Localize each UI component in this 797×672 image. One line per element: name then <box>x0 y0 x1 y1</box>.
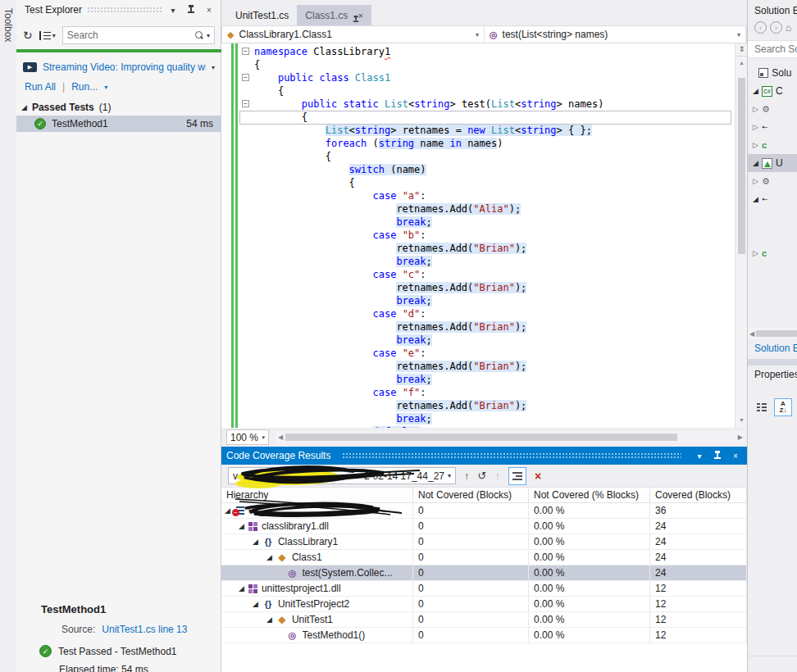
tree-row[interactable]: ▷c <box>748 244 797 262</box>
code-line[interactable]: { <box>221 150 735 163</box>
tree-row[interactable]: ▷⚙ <box>748 172 797 190</box>
tree-row[interactable]: ◢C#C <box>748 82 797 100</box>
column-header[interactable]: Hierarchy <box>221 488 413 502</box>
column-header[interactable]: Not Covered (% Blocks) <box>529 488 650 502</box>
toolbox-tab[interactable]: Toolbox <box>0 0 16 672</box>
code-line[interactable]: − public static List<string> test(List<s… <box>221 98 735 111</box>
scrollbar-thumb[interactable] <box>285 434 676 441</box>
code-line[interactable]: { <box>221 84 735 98</box>
coverage-row[interactable]: ◢◆Class100.00 %24 <box>221 550 747 565</box>
coverage-row[interactable]: ◢{}UnitTestProject200.00 %12 <box>221 597 747 612</box>
window-menu-icon[interactable]: ▾ <box>166 3 180 16</box>
code-line[interactable]: List<string> retnames = new List<string>… <box>221 124 735 137</box>
tab-solution-explorer[interactable]: Solution E <box>748 343 797 354</box>
tree-expander-icon[interactable]: ▷ <box>753 249 758 257</box>
group-by-button[interactable]: ▾ <box>39 31 56 40</box>
tree-expander-icon[interactable]: ◢ <box>753 87 758 95</box>
run-all-link[interactable]: Run All <box>25 81 56 93</box>
source-link[interactable]: UnitTest1.cs line 13 <box>102 624 187 635</box>
tree-expander-icon[interactable]: ◢ <box>753 195 758 203</box>
tree-expander-icon[interactable]: ▷ <box>753 123 758 131</box>
merge-results-icon[interactable]: ↺ <box>478 470 487 481</box>
forward-icon[interactable]: › <box>770 21 782 34</box>
fold-collapse-icon[interactable]: − <box>242 100 249 107</box>
code-line[interactable]: retnames.Add("Brian"); <box>221 281 735 294</box>
code-line[interactable]: retnames.Add("Brian"); <box>221 399 735 412</box>
import-results-icon[interactable]: ↑ <box>464 470 470 481</box>
scroll-up-icon[interactable]: ▲ <box>736 60 748 66</box>
coverage-row[interactable]: ◢◆UnitTest100.00 %12 <box>221 612 747 628</box>
close-icon[interactable]: × <box>203 3 216 16</box>
expander-open-icon[interactable]: ◢ <box>253 600 258 608</box>
test-result-row[interactable]: ✓ TestMethod1 54 ms <box>16 116 221 132</box>
tree-expander-icon[interactable]: ▷ <box>753 141 758 149</box>
code-line[interactable]: { <box>221 111 735 124</box>
fold-collapse-icon[interactable]: − <box>242 48 249 55</box>
code-line[interactable]: { <box>221 58 735 71</box>
code-line[interactable]: switch (name) <box>221 163 735 176</box>
run-menu-link[interactable]: Run... <box>71 81 98 93</box>
pin-icon[interactable] <box>184 3 198 16</box>
code-line[interactable]: case "f": <box>221 386 735 399</box>
expander-open-icon[interactable]: ◢ <box>21 103 27 111</box>
code-line[interactable]: break; <box>221 255 735 268</box>
solution-horizontal-scrollbar[interactable]: ◀ <box>748 328 797 339</box>
expander-open-icon[interactable]: ◢ <box>239 584 244 593</box>
tab-unittest1[interactable]: UnitTest1.cs <box>227 5 297 25</box>
solution-search-input[interactable]: Search So <box>748 40 797 58</box>
expander-open-icon[interactable]: ◢ <box>225 506 230 515</box>
expander-open-icon[interactable]: ◢ <box>266 553 272 561</box>
passed-tests-group[interactable]: ◢ Passed Tests (1) <box>16 100 221 115</box>
tree-row[interactable]: ▷▪– <box>748 118 797 136</box>
tree-expander-icon[interactable]: ▷ <box>753 105 758 113</box>
tree-row[interactable]: ▷c <box>748 136 797 154</box>
column-header[interactable]: Not Covered (Blocks) <box>413 488 529 502</box>
type-dropdown[interactable]: ◆ ClassLibrary1.Class1 ▾ <box>222 26 485 43</box>
remove-results-icon[interactable]: × <box>535 470 541 483</box>
editor-horizontal-scrollbar[interactable]: ◀ ▶ <box>276 431 745 443</box>
member-dropdown[interactable]: ◎ test(List<string> names) ▾ <box>485 26 746 43</box>
coverage-row[interactable]: ◢02_00.00 %36 <box>221 503 747 519</box>
tree-expander-icon[interactable]: ▷ <box>753 177 758 185</box>
coverage-row[interactable]: ◎TestMethod1()00.00 %12 <box>221 628 747 643</box>
code-line[interactable]: retnames.Add("Brian"); <box>221 320 735 334</box>
tree-expander-icon[interactable]: ◢ <box>753 159 758 167</box>
code-line[interactable]: − public class Class1 <box>221 71 735 84</box>
show-coverage-coloring-toggle[interactable] <box>508 467 526 485</box>
code-line[interactable]: case "c": <box>221 268 735 281</box>
run-after-build-icon[interactable]: ↻ <box>23 30 33 41</box>
chevron-down-icon[interactable]: ▾ <box>104 84 107 91</box>
tree-row[interactable]: ◢▪– <box>748 190 797 208</box>
scroll-left-icon[interactable]: ◀ <box>748 330 756 338</box>
code-line[interactable]: break; <box>221 373 735 386</box>
code-line[interactable]: break; <box>221 294 735 307</box>
coverage-file-dropdown[interactable]: v 2-02-14 17_44_27 ▾ <box>228 467 456 484</box>
close-icon[interactable]: × <box>358 11 362 20</box>
coverage-row[interactable]: ◢unittestproject1.dll00.00 %12 <box>221 581 747 597</box>
code-line[interactable]: case "e": <box>221 347 735 360</box>
zoom-dropdown[interactable]: 100 % ▾ <box>226 429 269 445</box>
code-line[interactable]: −namespace ClassLibrary1 <box>221 45 735 58</box>
code-line[interactable]: case "d": <box>221 307 735 320</box>
scroll-down-icon[interactable]: ▼ <box>736 417 748 423</box>
expander-open-icon[interactable]: ◢ <box>266 615 272 624</box>
expander-open-icon[interactable]: ◢ <box>253 538 258 546</box>
code-line[interactable]: { <box>221 176 735 189</box>
editor-vertical-scrollbar[interactable]: ⇕ ▲ ▼ <box>735 43 747 428</box>
pin-icon[interactable] <box>711 449 724 462</box>
code-line[interactable]: retnames.Add("Brian"); <box>221 360 735 373</box>
scrollbar-thumb[interactable] <box>756 330 797 337</box>
column-header[interactable]: Covered (Blocks) <box>650 488 747 502</box>
tree-row[interactable]: ▷⚙ <box>748 100 797 118</box>
search-input[interactable]: Search ▾ <box>62 26 215 44</box>
streaming-video-link[interactable]: Streaming Video: Improving quality wit <box>43 61 206 73</box>
chevron-down-icon[interactable]: ▾ <box>212 64 215 71</box>
code-line[interactable]: retnames.Add("Alia"); <box>221 202 735 216</box>
back-icon[interactable]: ‹ <box>754 21 767 34</box>
code-editor[interactable]: −namespace ClassLibrary1{− public class … <box>221 43 735 428</box>
close-icon[interactable]: × <box>729 449 742 462</box>
scrollbar-thumb[interactable] <box>738 78 745 254</box>
fold-collapse-icon[interactable]: − <box>242 74 249 81</box>
code-line[interactable]: break; <box>221 412 735 425</box>
code-line[interactable]: foreach (string name in names) <box>221 137 735 150</box>
